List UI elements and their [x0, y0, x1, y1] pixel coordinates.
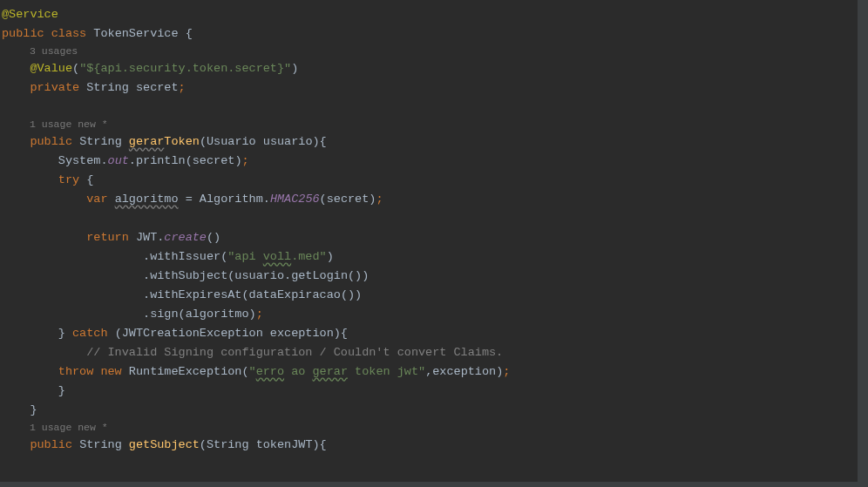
- usage-hint[interactable]: 1 usage new *: [2, 420, 845, 436]
- blank-line: [2, 98, 845, 117]
- blank-line: [2, 209, 845, 228]
- usage-hint[interactable]: 1 usage new *: [2, 117, 845, 132]
- usage-hint[interactable]: 3 usages: [2, 44, 845, 59]
- code-line: public class TokenService {: [2, 24, 845, 44]
- code-line: public String getSubject(String tokenJWT…: [2, 436, 845, 455]
- annotation: @Service: [2, 8, 58, 21]
- code-editor[interactable]: @Service public class TokenService { 3 u…: [0, 0, 845, 480]
- code-line: .withSubject(usuario.getLogin()): [2, 267, 845, 286]
- code-line: // Invalid Signing configuration / Could…: [2, 343, 845, 362]
- code-line: System.out.println(secret);: [2, 152, 845, 171]
- code-line: public String gerarToken(Usuario usuario…: [2, 132, 845, 152]
- code-line: } catch (JWTCreationException exception)…: [2, 324, 845, 343]
- code-line: throw new RuntimeException("erro ao gera…: [2, 362, 845, 382]
- code-line: }: [2, 382, 845, 401]
- code-line: .withIssuer("api voll.med"): [2, 247, 845, 267]
- status-bar: [0, 482, 868, 487]
- code-line: return JWT.create(): [2, 228, 845, 247]
- code-line: }: [2, 401, 845, 420]
- code-line: .withExpiresAt(dataExpiracao()): [2, 286, 845, 305]
- vertical-scrollbar[interactable]: [858, 0, 868, 487]
- code-line: try {: [2, 171, 845, 190]
- code-line: private String secret;: [2, 78, 845, 98]
- code-line: .sign(algoritmo);: [2, 305, 845, 324]
- code-line: var algoritmo = Algorithm.HMAC256(secret…: [2, 190, 845, 209]
- code-line: @Service: [2, 5, 845, 24]
- code-line: @Value("${api.security.token.secret}"): [2, 59, 845, 78]
